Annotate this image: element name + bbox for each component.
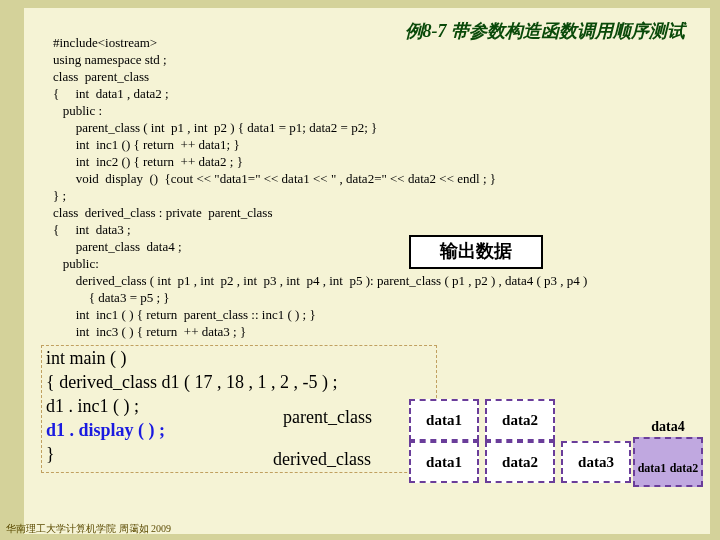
code-line: int inc1 () { return ++ data1; } (53, 137, 240, 152)
derived-data2-box: data2 (485, 441, 555, 483)
parent-class-label: parent_class (283, 407, 372, 428)
code-line: #include<iostream> (53, 35, 157, 50)
code-line: int inc3 ( ) { return ++ data3 ; } (53, 324, 246, 339)
code-line: { data3 = p5 ; } (53, 290, 170, 305)
derived-data1-box: data1 (409, 441, 479, 483)
slide-frame: 例8-7 带参数构造函数调用顺序测试 #include<iostream> us… (24, 8, 710, 534)
code-line: class parent_class (53, 69, 149, 84)
code-line: { int data1 , data2 ; (53, 86, 169, 101)
output-data-box: 输出数据 (409, 235, 543, 269)
derived-class-label: derived_class (273, 449, 371, 470)
code-line: parent_class data4 ; (53, 239, 182, 254)
code-line: int inc2 () { return ++ data2 ; } (53, 154, 243, 169)
code-line: public: (53, 256, 99, 271)
parent-data2-box: data2 (485, 399, 555, 441)
data4-inner-data2: data2 (669, 461, 699, 476)
main-line: { derived_class d1 ( 17 , 18 , 1 , 2 , -… (46, 372, 338, 392)
code-line: void display () {cout << "data1=" << dat… (53, 171, 496, 186)
main-line: int main ( ) (46, 348, 126, 368)
parent-data1-box: data1 (409, 399, 479, 441)
code-line: public : (53, 103, 102, 118)
code-line: { int data3 ; (53, 222, 131, 237)
code-line: parent_class ( int p1 , int p2 ) { data1… (53, 120, 377, 135)
footer-text: 华南理工大学计算机学院 周霭如 2009 (6, 522, 171, 536)
code-line: class derived_class : private parent_cla… (53, 205, 272, 220)
derived-data4-label: data4 (633, 419, 703, 435)
main-function-box: int main ( ) { derived_class d1 ( 17 , 1… (41, 345, 437, 473)
code-line: using namespace std ; (53, 52, 167, 67)
code-line: } ; (53, 188, 66, 203)
derived-data3-box: data3 (561, 441, 631, 483)
main-line: } (46, 444, 55, 464)
main-line: d1 . inc1 ( ) ; (46, 396, 139, 416)
data4-inner-data1: data1 (637, 461, 667, 476)
code-line: int inc1 ( ) { return parent_class :: in… (53, 307, 316, 322)
code-line: derived_class ( int p1 , int p2 , int p3… (53, 273, 587, 288)
main-line-highlight: d1 . display ( ) ; (46, 420, 165, 440)
code-block: #include<iostream> using namespace std ;… (53, 17, 587, 357)
